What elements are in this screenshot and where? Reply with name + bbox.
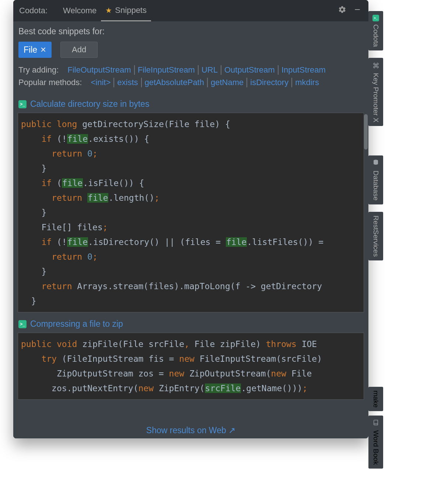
snippet-code-block[interactable]: public long getDirectorySize(File file) … bbox=[18, 113, 364, 312]
suggest-link[interactable]: FileOutputStream bbox=[64, 65, 131, 75]
snippet-header: >_ Compressing a file to zip bbox=[18, 319, 364, 329]
rail-label: Database bbox=[372, 171, 380, 200]
top-tab-bar: Codota: Welcome ★ Snippets bbox=[13, 0, 368, 21]
try-adding-label: Try adding: bbox=[18, 65, 59, 75]
codota-icon: >_ bbox=[18, 100, 27, 108]
rail-label: Word Book bbox=[372, 430, 380, 465]
rail-tab-make[interactable]: make bbox=[368, 387, 383, 411]
chip-label: File bbox=[24, 45, 37, 55]
rail-label: Codota bbox=[372, 24, 380, 47]
snippet-header: >_ Calculate directory size in bytes bbox=[18, 99, 364, 109]
popular-methods-label: Popular methods: bbox=[18, 78, 82, 87]
database-icon bbox=[372, 159, 379, 168]
minimize-icon bbox=[354, 6, 361, 15]
minimize-button[interactable] bbox=[350, 6, 365, 15]
method-link[interactable]: exists bbox=[113, 78, 138, 87]
tab-welcome[interactable]: Welcome bbox=[59, 1, 101, 21]
try-adding-row: Try adding: FileOutputStream FileInputSt… bbox=[18, 65, 363, 75]
rail-label: RestServices bbox=[372, 216, 380, 257]
rail-tab-keypromoter[interactable]: ⌘ Key Promoter X bbox=[368, 58, 383, 126]
scrollbar-thumb[interactable] bbox=[364, 114, 368, 150]
chip-remove-icon[interactable]: ✕ bbox=[40, 45, 46, 54]
rail-tab-database[interactable]: Database bbox=[368, 155, 383, 204]
show-results-web-link[interactable]: Show results on Web ↗ bbox=[146, 425, 235, 435]
star-icon: ★ bbox=[105, 6, 112, 15]
brand-label: Codota: bbox=[17, 1, 50, 21]
rail-tab-restservices[interactable]: RestServices bbox=[368, 212, 383, 260]
snippet-title-link[interactable]: Compressing a file to zip bbox=[30, 319, 123, 329]
best-snippets-label: Best code snippets for: bbox=[18, 27, 363, 36]
key-icon: ⌘ bbox=[372, 62, 379, 70]
book-icon bbox=[373, 419, 379, 427]
codota-icon: >_ bbox=[18, 320, 27, 328]
method-link[interactable]: isDirectory bbox=[246, 78, 288, 87]
suggest-link[interactable]: OutputStream bbox=[221, 65, 275, 75]
rail-label: make bbox=[372, 390, 380, 407]
tab-snippets[interactable]: ★ Snippets bbox=[101, 0, 151, 21]
settings-button[interactable] bbox=[335, 6, 350, 16]
snippet-code-block[interactable]: public void zipFile(File srcFile, File z… bbox=[18, 333, 364, 400]
tab-welcome-label: Welcome bbox=[63, 6, 97, 15]
method-link[interactable]: getAbsolutePath bbox=[141, 78, 204, 87]
method-link[interactable]: <init> bbox=[87, 78, 111, 87]
codota-icon: >_ bbox=[372, 15, 379, 21]
rail-tab-wordbook[interactable]: Word Book bbox=[368, 416, 383, 469]
suggest-link[interactable]: FileInputStream bbox=[134, 65, 195, 75]
search-header: Best code snippets for: File ✕ Add Try a… bbox=[13, 21, 368, 92]
right-tool-rail-bottom: make Word Book bbox=[368, 387, 383, 469]
method-link[interactable]: getName bbox=[207, 78, 244, 87]
rail-label: Key Promoter X bbox=[372, 73, 380, 122]
suggest-link[interactable]: InputStream bbox=[278, 65, 326, 75]
gear-icon bbox=[338, 6, 346, 15]
snippets-list: >_ Calculate directory size in bytes pub… bbox=[13, 99, 368, 400]
footer: Show results on Web ↗ bbox=[13, 423, 368, 438]
codota-panel: Codota: Welcome ★ Snippets Best code sni… bbox=[13, 0, 368, 438]
snippet-title-link[interactable]: Calculate directory size in bytes bbox=[30, 99, 149, 109]
method-link[interactable]: mkdirs bbox=[291, 78, 319, 87]
suggest-link[interactable]: URL bbox=[198, 65, 218, 75]
rail-tab-codota[interactable]: >_ Codota bbox=[368, 11, 383, 50]
popular-methods-row: Popular methods: <init> exists getAbsolu… bbox=[18, 78, 363, 87]
add-term-button[interactable]: Add bbox=[60, 42, 98, 58]
search-chip-file[interactable]: File ✕ bbox=[18, 42, 52, 58]
tab-snippets-label: Snippets bbox=[115, 6, 147, 15]
right-tool-rail: >_ Codota ⌘ Key Promoter X Database Rest… bbox=[368, 11, 383, 260]
